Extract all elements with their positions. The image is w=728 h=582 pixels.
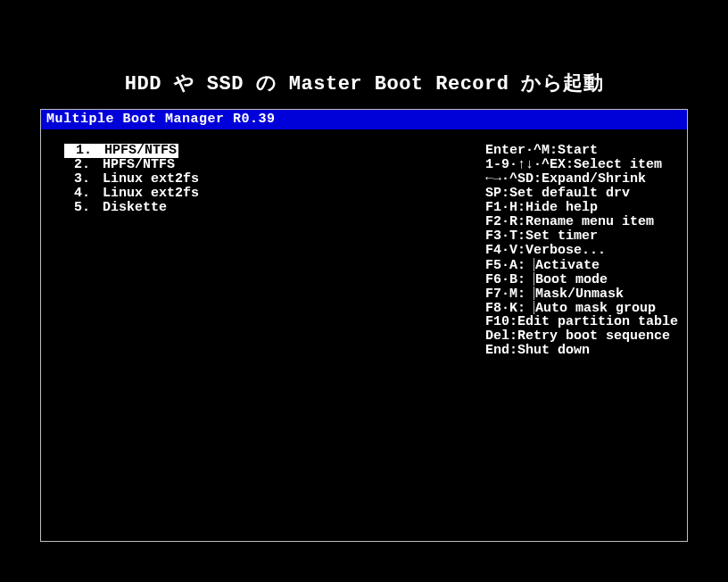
help-description: Hide help [525,200,598,215]
boot-manager-window: Multiple Boot Manager R0.39 1.HPFS/NTFS2… [40,109,688,542]
help-key: F2·R [485,214,517,229]
boot-entry-number: 4 [64,187,82,201]
help-key: ←→·^SD [485,171,534,187]
help-key: 1-9·↑↓·^EX [485,157,566,172]
help-line: SP:Set default drv [485,187,678,201]
period-icon: . [82,171,90,187]
help-description: Mask/Unmask [535,287,624,302]
boot-entry[interactable]: 4.Linux ext2fs [64,187,201,201]
boot-entry-label: Diskette [94,201,169,215]
help-description: Boot mode [535,272,608,287]
vertical-bar-icon [534,258,534,271]
boot-entry-label: Linux ext2fs [94,172,201,187]
colon-separator: : [501,186,509,201]
boot-entry[interactable]: 3.Linux ext2fs [64,172,201,187]
help-key: F7·M [485,287,517,302]
help-description: Rename menu item [525,214,654,229]
help-line: F2·R:Rename menu item [485,215,678,229]
colon-separator: : [517,243,525,258]
help-key: F4·V [485,243,517,258]
help-description: Activate [535,258,600,273]
boot-entry[interactable]: 1.HPFS/NTFS [64,144,201,158]
help-key: F6·B [485,272,517,287]
colon-separator: : [566,157,574,172]
boot-entry-number: 1 [64,144,84,158]
colon-separator: : [509,343,517,358]
period-icon: . [84,143,92,158]
boot-entries-list: 1.HPFS/NTFS2.HPFS/NTFS3.Linux ext2fs4.Li… [64,144,201,215]
help-description: Shut down [517,343,590,358]
period-icon: . [82,200,90,215]
boot-entry-label: HPFS/NTFS [94,158,177,172]
window-body: 1.HPFS/NTFS2.HPFS/NTFS3.Linux ext2fs4.Li… [41,129,687,541]
help-key: End [485,343,509,358]
period-icon: . [82,186,90,201]
boot-entry-number: 3 [64,172,82,187]
page-heading: HDD や SSD の Master Boot Record から起動 [0,70,728,96]
help-description: Verbose... [525,243,606,258]
colon-separator: : [517,229,525,244]
help-line: F8·K: Auto mask group [485,301,678,315]
help-description: Start [558,143,598,158]
vertical-bar-icon [534,301,534,314]
boot-entry-label: Linux ext2fs [94,187,201,201]
help-key: F3·T [485,229,517,244]
help-key: Del [485,328,509,344]
colon-separator: : [517,200,525,215]
period-icon: . [82,157,90,172]
colon-separator: : [534,171,542,187]
colon-separator: : [509,328,517,344]
help-line: Del:Retry boot sequence [485,329,678,344]
help-line: F3·T:Set timer [485,229,678,244]
keyboard-help-panel: Enter·^M:Start1-9·↑↓·^EX:Select item←→·^… [485,144,678,358]
vertical-bar-icon [534,272,534,286]
boot-entry[interactable]: 2.HPFS/NTFS [64,158,201,172]
help-line: End:Shut down [485,344,678,358]
colon-separator: : [517,287,534,302]
colon-separator: : [517,258,534,273]
colon-separator: : [509,314,517,329]
colon-separator: : [550,143,558,158]
help-line: F4·V:Verbose... [485,244,678,258]
help-key: SP [485,186,501,201]
help-line: 1-9·↑↓·^EX:Select item [485,158,678,172]
boot-entry-number: 5 [64,201,82,215]
boot-entry[interactable]: 5.Diskette [64,201,201,215]
help-line: F6·B: Boot mode [485,272,678,287]
help-description: Retry boot sequence [517,328,670,344]
boot-entry-number: 2 [64,158,82,172]
boot-entry-label: HPFS/NTFS [95,144,178,158]
colon-separator: : [517,214,525,229]
help-key: F1·H [485,200,517,215]
help-description: Edit partition table [517,314,678,329]
help-key: Enter·^M [485,143,550,158]
help-line: F5·A: Activate [485,258,678,272]
help-line: F1·H:Hide help [485,201,678,215]
help-description: Select item [574,157,662,172]
help-line: ←→·^SD:Expand/Shrink [485,172,678,187]
help-line: F10:Edit partition table [485,315,678,329]
window-title: Multiple Boot Manager R0.39 [41,110,687,129]
help-description: Expand/Shrink [542,171,646,187]
help-key: F5·A [485,258,517,273]
help-key: F10 [485,314,509,329]
help-line: Enter·^M:Start [485,144,678,158]
help-description: Set timer [525,229,598,244]
vertical-bar-icon [534,287,534,300]
help-line: F7·M: Mask/Unmask [485,287,678,301]
help-description: Set default drv [509,186,630,201]
colon-separator: : [517,272,534,287]
